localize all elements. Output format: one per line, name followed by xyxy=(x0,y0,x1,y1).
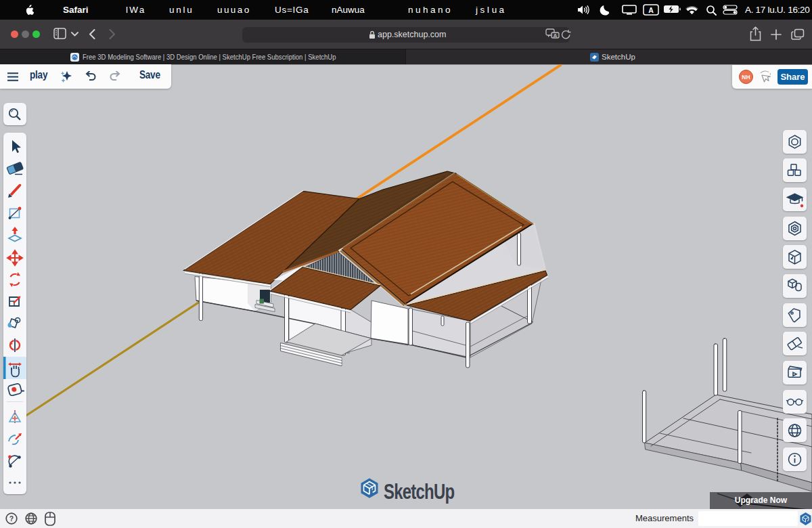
svg-text:A: A xyxy=(648,6,654,14)
svg-text:?: ? xyxy=(9,514,14,523)
svg-text:A: A xyxy=(554,32,558,39)
